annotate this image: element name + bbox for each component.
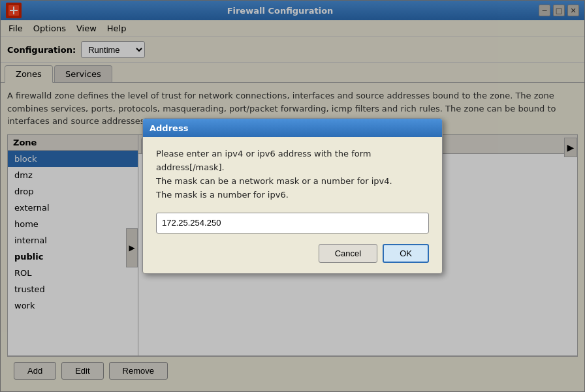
modal-desc-line1: Please enter an ipv4 or ipv6 address wit… [156, 149, 372, 172]
ok-button[interactable]: OK [383, 244, 429, 263]
modal-desc-line2: The mask can be a network mask or a numb… [156, 176, 392, 186]
address-input[interactable] [156, 213, 429, 234]
modal-titlebar: Address [143, 119, 442, 137]
modal-buttons: Cancel OK [156, 244, 429, 263]
modal-title: Address [150, 123, 188, 133]
modal-desc-line3: The mask is a number for ipv6. [156, 190, 289, 200]
modal-overlay: Address Please enter an ipv4 or ipv6 add… [0, 0, 585, 392]
modal-description: Please enter an ipv4 or ipv6 address wit… [156, 147, 429, 202]
cancel-button[interactable]: Cancel [319, 244, 377, 263]
address-dialog: Address Please enter an ipv4 or ipv6 add… [142, 118, 443, 273]
modal-body: Please enter an ipv4 or ipv6 address wit… [143, 137, 442, 273]
